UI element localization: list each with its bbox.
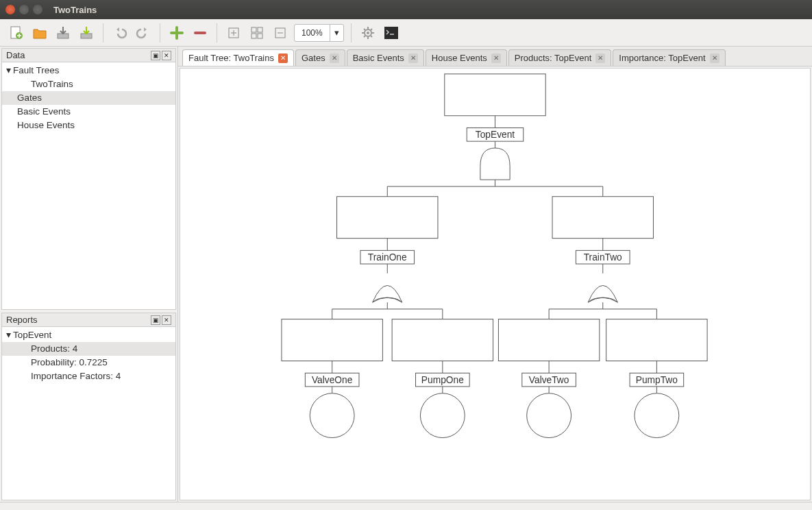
data-panel-title: Data [6, 50, 25, 60]
reports-panel-title: Reports [6, 315, 38, 325]
close-icon[interactable]: ✕ [595, 53, 605, 63]
data-panel: Data ▣ ✕ ▾Fault Trees TwoTrains Gates Ba… [1, 48, 176, 310]
node-label-valvetwo: ValveTwo [529, 375, 569, 385]
window-minimize-button[interactable] [19, 5, 29, 14]
tree-item-probability[interactable]: Probability: 0.7225 [2, 356, 175, 369]
terminal-button[interactable] [382, 23, 401, 42]
save-as-button[interactable] [77, 23, 96, 42]
svg-point-43 [310, 393, 354, 438]
remove-button[interactable] [190, 23, 210, 42]
open-file-button[interactable] [30, 23, 49, 42]
titlebar: TwoTrains [0, 0, 812, 19]
close-icon[interactable]: ✕ [408, 53, 418, 63]
tab-products[interactable]: Products: TopEvent✕ [508, 49, 612, 66]
tree-root-fault-trees[interactable]: ▾Fault Trees [2, 64, 175, 77]
zoom-fit-button[interactable] [247, 23, 267, 42]
node-label-valveone: ValveOne [312, 375, 353, 385]
panel-close-icon[interactable]: ✕ [162, 315, 171, 325]
svg-rect-30 [552, 197, 653, 239]
reports-tree: ▾TopEvent Products: 4 Probability: 0.722… [2, 327, 175, 500]
close-icon[interactable]: ✕ [278, 53, 288, 63]
svg-point-53 [527, 393, 571, 438]
toolbar: 100% ▾ [0, 19, 812, 47]
content-area: Fault Tree: TwoTrains✕ Gates✕ Basic Even… [178, 47, 812, 502]
panel-close-icon[interactable]: ✕ [162, 51, 171, 60]
zoom-out-button[interactable] [271, 23, 290, 42]
svg-rect-54 [606, 319, 707, 361]
new-file-button[interactable] [7, 23, 26, 42]
redo-button[interactable] [134, 23, 153, 42]
window-close-button[interactable] [5, 5, 15, 14]
node-label-trainone: TrainOne [368, 252, 407, 263]
svg-point-48 [420, 393, 465, 438]
tree-item-twotrains[interactable]: TwoTrains [2, 77, 175, 91]
chevron-down-icon: ▾ [330, 25, 343, 41]
node-label-topevent: TopEvent [476, 130, 515, 140]
tab-importance[interactable]: Importance: TopEvent✕ [613, 49, 725, 66]
close-icon[interactable]: ✕ [710, 53, 719, 63]
settings-button[interactable] [358, 23, 378, 42]
tab-basic-events[interactable]: Basic Events✕ [347, 49, 424, 66]
svg-rect-7 [251, 34, 256, 38]
tree-item-basic-events[interactable]: Basic Events [2, 105, 175, 119]
sidebar: Data ▣ ✕ ▾Fault Trees TwoTrains Gates Ba… [0, 47, 178, 502]
svg-rect-21 [337, 197, 438, 239]
tab-gates[interactable]: Gates✕ [295, 49, 345, 66]
window-maximize-button[interactable] [33, 5, 42, 14]
svg-rect-6 [258, 27, 262, 32]
node-label-pumpone: PumpOne [421, 375, 464, 385]
node-label-pumptwo: PumpTwo [636, 375, 678, 385]
zoom-select[interactable]: 100% ▾ [294, 24, 344, 42]
panel-detach-icon[interactable]: ▣ [151, 315, 160, 325]
zoom-in-button[interactable] [224, 23, 243, 42]
tab-fault-tree[interactable]: Fault Tree: TwoTrains✕ [182, 49, 294, 66]
undo-button[interactable] [110, 23, 130, 42]
tabs-bar: Fault Tree: TwoTrains✕ Gates✕ Basic Even… [178, 47, 812, 66]
tree-item-products[interactable]: Products: 4 [2, 342, 175, 356]
diagram-canvas[interactable]: TopEvent TrainOne [180, 68, 811, 500]
data-tree: ▾Fault Trees TwoTrains Gates Basic Event… [2, 62, 175, 309]
svg-rect-5 [251, 27, 256, 32]
svg-point-11 [367, 32, 369, 34]
panel-detach-icon[interactable]: ▣ [151, 51, 160, 60]
save-button[interactable] [53, 23, 73, 42]
svg-rect-8 [258, 34, 262, 38]
zoom-value: 100% [295, 28, 330, 38]
svg-rect-12 [384, 27, 398, 39]
svg-rect-13 [445, 74, 545, 116]
node-label-traintwo: TrainTwo [584, 252, 622, 263]
svg-rect-39 [282, 319, 382, 361]
statusbar [0, 502, 812, 510]
reports-panel: Reports ▣ ✕ ▾TopEvent Products: 4 Probab… [1, 313, 176, 500]
add-button[interactable] [167, 23, 186, 42]
svg-point-58 [635, 393, 679, 438]
svg-rect-44 [392, 319, 493, 361]
tree-item-gates[interactable]: Gates [2, 91, 175, 105]
svg-rect-49 [498, 319, 599, 361]
close-icon[interactable]: ✕ [330, 53, 339, 63]
tree-root-topevent[interactable]: ▾TopEvent [2, 328, 175, 342]
window-title: TwoTrains [53, 5, 97, 15]
tab-house-events[interactable]: House Events✕ [426, 49, 507, 66]
tree-item-house-events[interactable]: House Events [2, 119, 175, 132]
close-icon[interactable]: ✕ [491, 53, 501, 63]
tree-item-importance[interactable]: Importance Factors: 4 [2, 369, 175, 383]
